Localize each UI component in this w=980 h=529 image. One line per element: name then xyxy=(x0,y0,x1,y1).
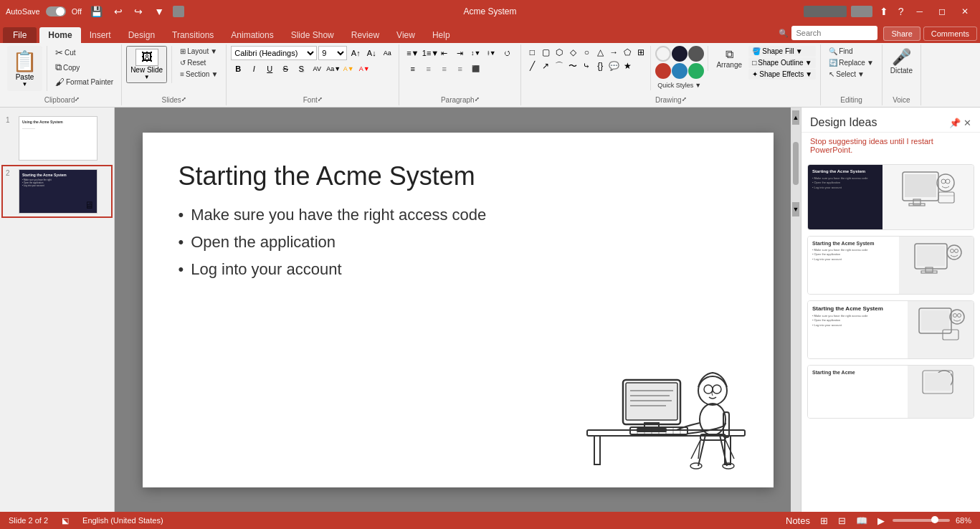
tab-transitions[interactable]: Transitions xyxy=(163,27,222,43)
paste-button[interactable]: 📋 Paste ▼ xyxy=(7,46,42,91)
shape-arrow-button[interactable]: → xyxy=(607,46,620,59)
char-spacing-button[interactable]: AV xyxy=(310,62,324,76)
shape-line-button[interactable]: ╱ xyxy=(525,59,538,72)
design-idea-card-3[interactable]: Starting the Acme System • Make sure you… xyxy=(807,300,974,359)
highlight-button[interactable]: A▼ xyxy=(341,62,356,76)
copy-button[interactable]: ⧉ Copy xyxy=(52,60,117,75)
reading-view-button[interactable]: 📖 xyxy=(854,515,870,527)
tab-help[interactable]: Help xyxy=(424,27,459,43)
tab-animations[interactable]: Animations xyxy=(222,27,282,43)
shape-freeform-button[interactable]: 〜 xyxy=(566,59,579,72)
minimize-button[interactable]: ─ xyxy=(910,5,928,18)
editing-label[interactable]: Editing xyxy=(825,95,877,104)
columns-button[interactable]: ⫲▼ xyxy=(485,46,499,60)
format-painter-button[interactable]: 🖌 Format Painter xyxy=(52,75,117,89)
shape-connector-button[interactable]: ⤷ xyxy=(580,59,593,72)
bold-button[interactable]: B xyxy=(231,62,245,76)
font-name-select[interactable]: Calibri (Headings) xyxy=(231,46,317,60)
shape-more-button[interactable]: ⊞ xyxy=(634,46,647,59)
normal-view-button[interactable]: ⊞ xyxy=(818,515,830,527)
italic-button[interactable]: I xyxy=(247,62,261,76)
cut-button[interactable]: ✂ Cut xyxy=(52,46,117,59)
shape-arrow2-button[interactable]: ↗ xyxy=(539,59,552,72)
design-idea-card-1[interactable]: Starting the Acme System • Make sure you… xyxy=(807,164,974,230)
slide-thumb-1[interactable]: 1 Using the Acme System —————— xyxy=(3,113,111,163)
shape-diamond-button[interactable]: ◇ xyxy=(566,46,579,59)
align-left-button[interactable]: ≡ xyxy=(406,62,420,76)
qs-circle-3[interactable] xyxy=(688,46,704,62)
shape-triangle-button[interactable]: △ xyxy=(594,46,606,59)
slideshow-button[interactable]: ▶ xyxy=(875,515,887,527)
share-button[interactable]: Share xyxy=(883,27,920,41)
dictate-button[interactable]: 🎤 Dictate xyxy=(887,46,916,77)
tab-slideshow[interactable]: Slide Show xyxy=(282,27,343,43)
qs-circle-4[interactable] xyxy=(655,63,671,79)
strikethrough-button[interactable]: S xyxy=(278,62,292,76)
shape-fill-button[interactable]: 🪣 Shape Fill ▼ xyxy=(748,46,816,57)
clipboard-expand-icon[interactable]: ⤢ xyxy=(75,96,80,103)
slide-thumb-2[interactable]: 2 Starting the Acme System • Make sure y… xyxy=(3,166,111,216)
slide-sorter-button[interactable]: ⊟ xyxy=(836,515,848,527)
increase-font-button[interactable]: A↑ xyxy=(348,46,363,60)
tab-insert[interactable]: Insert xyxy=(81,27,120,43)
layout-button[interactable]: ⊞ Layout ▼ xyxy=(176,46,222,57)
close-button[interactable]: ✕ xyxy=(956,5,974,18)
search-input[interactable] xyxy=(791,26,877,40)
tab-review[interactable]: Review xyxy=(343,27,388,43)
tab-file[interactable]: File xyxy=(3,27,37,43)
scroll-thumb[interactable] xyxy=(793,142,799,185)
align-center-button[interactable]: ≡ xyxy=(422,62,436,76)
bullets-button[interactable]: ≡▼ xyxy=(406,46,420,60)
font-color-button[interactable]: A▼ xyxy=(357,62,371,76)
decrease-indent-button[interactable]: ⇤ xyxy=(437,46,452,60)
clipboard-label[interactable]: Clipboard xyxy=(44,95,75,104)
find-button[interactable]: 🔍 Find xyxy=(825,46,877,57)
save-button[interactable]: 💾 xyxy=(87,4,105,19)
drawing-expand-icon[interactable]: ⤢ xyxy=(682,96,687,103)
align-right-button[interactable]: ≡ xyxy=(437,62,452,76)
shape-star-button[interactable]: ★ xyxy=(621,59,634,72)
undo-button[interactable]: ↩ xyxy=(111,4,125,19)
ribbon-display-button[interactable]: ⬆ xyxy=(877,4,891,19)
paragraph-label[interactable]: Paragraph xyxy=(441,95,475,104)
design-idea-card-2[interactable]: Starting the Acme System • Make sure you… xyxy=(807,236,974,295)
slides-expand-icon[interactable]: ⤢ xyxy=(181,96,186,103)
smart-art-button[interactable]: ⬛ xyxy=(469,62,483,76)
shape-effects-button[interactable]: ✦ Shape Effects ▼ xyxy=(748,69,816,80)
paragraph-expand-icon[interactable]: ⤢ xyxy=(475,96,480,103)
shape-curve-button[interactable]: ⌒ xyxy=(553,59,566,72)
shape-rect-button[interactable]: □ xyxy=(525,46,538,59)
underline-button[interactable]: U xyxy=(262,62,277,76)
decrease-font-button[interactable]: A↓ xyxy=(364,46,379,60)
reset-button[interactable]: ↺ Reset xyxy=(176,57,222,68)
canvas-scrollbar[interactable]: ▲ ▼ xyxy=(791,108,801,512)
shadow-button[interactable]: S xyxy=(294,62,308,76)
drawing-label[interactable]: Drawing xyxy=(655,95,682,104)
status-accessibility-button[interactable]: ⬕ xyxy=(60,515,71,526)
design-panel-close-button[interactable]: ✕ xyxy=(964,118,971,128)
tab-design[interactable]: Design xyxy=(120,27,163,43)
font-size-select[interactable]: 9 xyxy=(318,46,347,60)
change-case-button[interactable]: Aa▼ xyxy=(325,62,340,76)
arrange-button[interactable]: ⧉ Arrange xyxy=(711,46,747,71)
shape-bracket-button[interactable]: {} xyxy=(594,59,606,72)
font-label[interactable]: Font xyxy=(303,95,318,104)
scroll-up-arrow[interactable]: ▲ xyxy=(792,110,799,125)
increase-indent-button[interactable]: ⇥ xyxy=(453,46,467,60)
shape-rounded-button[interactable]: ▢ xyxy=(539,46,552,59)
clear-format-button[interactable]: Aa xyxy=(380,46,394,60)
quick-styles-button[interactable]: Quick Styles ▼ xyxy=(654,80,705,90)
qs-circle-1[interactable] xyxy=(655,46,671,62)
shape-outline-button[interactable]: □ Shape Outline ▼ xyxy=(748,57,816,68)
select-button[interactable]: ↖ Select ▼ xyxy=(825,69,877,80)
design-stop-link[interactable]: Stop suggesting ideas until I restart Po… xyxy=(801,133,980,158)
replace-button[interactable]: 🔄 Replace ▼ xyxy=(825,57,877,68)
tab-home[interactable]: Home xyxy=(39,27,80,43)
tab-view[interactable]: View xyxy=(388,27,424,43)
shape-snip-button[interactable]: ⬡ xyxy=(553,46,566,59)
slides-label[interactable]: Slides xyxy=(162,95,181,104)
numbering-button[interactable]: 1≡▼ xyxy=(422,46,436,60)
scroll-down-arrow[interactable]: ▼ xyxy=(792,202,799,216)
shape-circle-button[interactable]: ○ xyxy=(580,46,593,59)
font-expand-icon[interactable]: ⤢ xyxy=(318,96,323,103)
